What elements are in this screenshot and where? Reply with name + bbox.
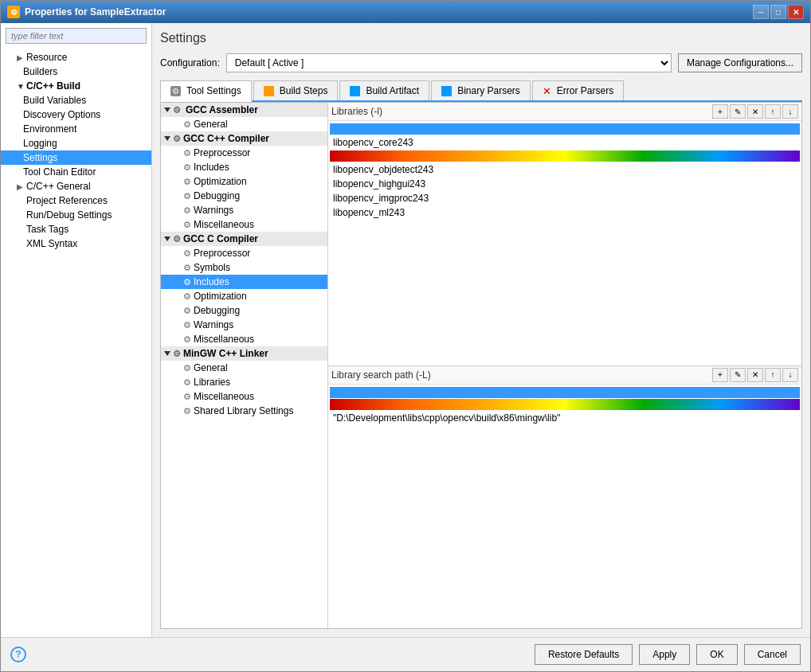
sidebar-item-run-debug[interactable]: Run/Debug Settings xyxy=(1,208,151,222)
search-delete-button[interactable]: ✕ xyxy=(747,368,763,382)
library-search-tools: + ✎ ✕ ↑ ↓ xyxy=(712,368,798,382)
tree-mingw-shared[interactable]: ⚙ Shared Library Settings xyxy=(161,404,327,418)
tool-tree-panel: ⚙ GCC Assembler ⚙ General ⚙ GCC C++ Comp… xyxy=(161,103,328,628)
search-move-down-button[interactable]: ↓ xyxy=(782,368,798,382)
help-icon[interactable]: ? xyxy=(10,647,26,662)
lib-highgui243[interactable]: libopencv_highgui243 xyxy=(330,177,800,191)
tool-settings-icon: ⚙ xyxy=(170,86,181,96)
tree-mingw-libraries[interactable]: ⚙ Libraries xyxy=(161,375,327,389)
lib-ml243[interactable]: libopencv_ml243 xyxy=(330,205,800,220)
close-button[interactable]: ✕ xyxy=(788,5,804,19)
tree-cpp-miscellaneous[interactable]: ⚙ Miscellaneous xyxy=(161,217,327,232)
cancel-button[interactable]: Cancel xyxy=(744,644,801,665)
libraries-edit-button[interactable]: ✎ xyxy=(730,104,746,119)
sidebar-item-cpp-general[interactable]: ▶ C/C++ General xyxy=(1,179,151,193)
filter-input[interactable] xyxy=(6,28,147,44)
tree-c-symbols[interactable]: ⚙ Symbols xyxy=(161,260,327,275)
config-select[interactable]: Default [ Active ] xyxy=(226,53,672,72)
tree-c-warnings[interactable]: ⚙ Warnings xyxy=(161,318,327,332)
apply-button[interactable]: Apply xyxy=(639,644,690,665)
libraries-selected-row[interactable] xyxy=(330,123,800,135)
restore-defaults-button[interactable]: Restore Defaults xyxy=(535,644,633,665)
tab-error-parsers[interactable]: ✕ Error Parsers xyxy=(532,80,624,100)
app-icon: ⚙ xyxy=(7,6,20,18)
tree-gcc-cpp-compiler[interactable]: ⚙ GCC C++ Compiler xyxy=(161,131,327,146)
tree-gcc-c-compiler[interactable]: ⚙ GCC C Compiler xyxy=(161,232,327,246)
libraries-move-down-button[interactable]: ↓ xyxy=(782,104,798,119)
c-optimization-icon: ⚙ xyxy=(183,291,191,302)
tab-build-steps[interactable]: Build Steps xyxy=(253,80,339,100)
tree-assembler-general[interactable]: ⚙ General xyxy=(161,117,327,131)
cpp-optimization-icon: ⚙ xyxy=(183,177,191,187)
assembler-icon: ⚙ xyxy=(173,105,183,115)
c-warnings-icon: ⚙ xyxy=(183,320,191,330)
mingw-expand-icon xyxy=(164,351,170,356)
lib-core243[interactable]: libopencv_core243 xyxy=(330,135,800,150)
search-edit-button[interactable]: ✎ xyxy=(730,368,746,382)
sidebar-item-project-references[interactable]: Project References xyxy=(1,193,151,208)
sidebar-item-discovery-options[interactable]: Discovery Options xyxy=(1,107,151,122)
tree-mingw-general[interactable]: ⚙ General xyxy=(161,361,327,375)
tree-c-optimization[interactable]: ⚙ Optimization xyxy=(161,289,327,303)
settings-detail-panel: Libraries (-l) + ✎ ✕ ↑ ↓ xyxy=(328,103,801,628)
c-includes-icon: ⚙ xyxy=(183,277,191,287)
minimize-button[interactable]: ─ xyxy=(753,5,769,19)
search-add-button[interactable]: + xyxy=(712,368,728,382)
sidebar-item-cpp-build[interactable]: ▼ C/C++ Build xyxy=(1,79,151,93)
libraries-section-tools: + ✎ ✕ ↑ ↓ xyxy=(712,104,798,119)
libraries-section: Libraries (-l) + ✎ ✕ ↑ ↓ xyxy=(328,103,801,366)
mingw-misc-icon: ⚙ xyxy=(183,392,191,402)
libraries-section-header: Libraries (-l) + ✎ ✕ ↑ ↓ xyxy=(328,103,801,121)
libraries-list: libopencv_core243 libopencv_objdetect243… xyxy=(328,121,801,365)
tree-c-includes[interactable]: ⚙ Includes xyxy=(161,275,327,289)
sidebar-item-environment[interactable]: Environment xyxy=(1,122,151,136)
tree-mingw-linker[interactable]: ⚙ MinGW C++ Linker xyxy=(161,346,327,361)
sidebar-item-task-tags[interactable]: Task Tags xyxy=(1,222,151,236)
sidebar-item-build-variables[interactable]: Build Variables xyxy=(1,93,151,107)
libraries-add-button[interactable]: + xyxy=(712,104,728,119)
tab-binary-parsers[interactable]: Binary Parsers xyxy=(431,80,531,100)
tree-c-preprocessor[interactable]: ⚙ Preprocessor xyxy=(161,246,327,260)
libraries-move-up-button[interactable]: ↑ xyxy=(765,104,781,119)
build-steps-icon xyxy=(264,86,274,96)
search-highlight-bar xyxy=(330,399,800,410)
search-selected-row[interactable] xyxy=(330,387,800,398)
search-path-item[interactable]: "D:\Development\libs\cpp\opencv\build\x8… xyxy=(330,411,800,425)
page-title: Settings xyxy=(160,31,802,45)
tree-cpp-debugging[interactable]: ⚙ Debugging xyxy=(161,189,327,203)
assembler-expand-icon xyxy=(164,107,170,112)
manage-configurations-button[interactable]: Manage Configurations... xyxy=(678,53,802,72)
ok-button[interactable]: OK xyxy=(696,644,737,665)
tree-cpp-optimization[interactable]: ⚙ Optimization xyxy=(161,174,327,189)
lib-highlight-bar xyxy=(330,150,800,162)
cpp-compiler-expand-icon xyxy=(164,136,170,141)
c-compiler-expand-icon xyxy=(164,236,170,241)
maximize-button[interactable]: □ xyxy=(770,5,786,19)
window-title: Properties for SampleExtractor xyxy=(25,6,748,18)
tree-mingw-miscellaneous[interactable]: ⚙ Miscellaneous xyxy=(161,389,327,404)
lib-objdetect243[interactable]: libopencv_objdetect243 xyxy=(330,162,800,177)
tree-c-debugging[interactable]: ⚙ Debugging xyxy=(161,303,327,318)
content-area: ⚙ GCC Assembler ⚙ General ⚙ GCC C++ Comp… xyxy=(160,102,802,629)
lib-imgproc243[interactable]: libopencv_imgproc243 xyxy=(330,191,800,205)
tab-build-artifact[interactable]: Build Artifact xyxy=(339,80,429,100)
tree-cpp-preprocessor[interactable]: ⚙ Preprocessor xyxy=(161,146,327,160)
tree-cpp-includes[interactable]: ⚙ Includes xyxy=(161,160,327,174)
sidebar-item-resource[interactable]: ▶ Resource xyxy=(1,50,151,64)
libraries-delete-button[interactable]: ✕ xyxy=(747,104,763,119)
sidebar-item-builders[interactable]: Builders xyxy=(1,64,151,79)
tab-tool-settings[interactable]: ⚙ Tool Settings xyxy=(160,80,252,102)
tree-cpp-warnings[interactable]: ⚙ Warnings xyxy=(161,203,327,217)
library-search-section: Library search path (-L) + ✎ ✕ ↑ ↓ xyxy=(328,366,801,629)
cpp-misc-icon: ⚙ xyxy=(183,220,191,230)
sidebar-item-xml-syntax[interactable]: XML Syntax xyxy=(1,236,151,251)
tree-c-miscellaneous[interactable]: ⚙ Miscellaneous xyxy=(161,332,327,346)
search-move-up-button[interactable]: ↑ xyxy=(765,368,781,382)
sidebar-item-tool-chain-editor[interactable]: Tool Chain Editor xyxy=(1,165,151,179)
sidebar-item-logging[interactable]: Logging xyxy=(1,136,151,150)
mingw-icon: ⚙ xyxy=(173,349,181,359)
mingw-libraries-icon: ⚙ xyxy=(183,377,191,388)
sidebar-item-settings[interactable]: Settings xyxy=(1,150,151,165)
mingw-shared-icon: ⚙ xyxy=(183,406,191,416)
tree-gcc-assembler[interactable]: ⚙ GCC Assembler xyxy=(161,103,327,117)
